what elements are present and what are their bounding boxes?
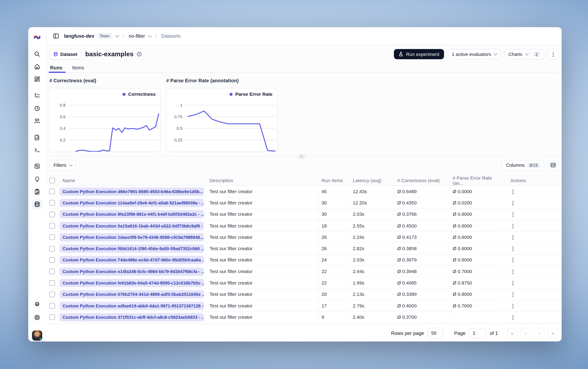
row-actions-kebab[interactable]: ⋮ [510, 246, 516, 251]
column-header-run-items[interactable]: Run Items [318, 176, 350, 185]
run-name-link[interactable]: Custom Python Execution fe91b83e-04a5-47… [60, 279, 204, 287]
tracing-icon[interactable] [34, 92, 40, 99]
charts-dropdown[interactable]: Charts 2 [504, 49, 544, 59]
sessions-clock-icon[interactable] [34, 105, 40, 112]
annotation-clipboard-icon[interactable] [34, 189, 40, 195]
row-actions-kebab[interactable]: ⋮ [510, 303, 516, 308]
chevron-down-icon[interactable] [148, 33, 152, 37]
page-of-label: of 1 [490, 330, 498, 336]
run-name-link[interactable]: Custom Python Execution e14fa348-5cfc-49… [60, 267, 204, 276]
column-header-correctness[interactable]: # Correctness (eval) [394, 176, 450, 185]
row-actions-kebab[interactable]: ⋮ [510, 280, 516, 286]
tab-bar: Runs Items [49, 63, 558, 73]
row-actions-kebab[interactable]: ⋮ [510, 200, 516, 206]
row-checkbox[interactable] [49, 212, 55, 217]
next-page-button[interactable]: › [534, 328, 545, 338]
row-checkbox[interactable] [49, 223, 55, 229]
run-items-count: 30 [318, 197, 350, 208]
chevron-down-icon[interactable] [115, 33, 119, 37]
select-all-checkbox[interactable] [49, 178, 55, 183]
row-checkbox[interactable] [49, 303, 55, 309]
columns-count-badge: 8/15 [527, 162, 540, 168]
run-name-link[interactable]: Custom Python Execution f6bb1614-1f90-40… [60, 245, 204, 253]
row-actions-kebab[interactable]: ⋮ [510, 212, 516, 217]
row-checkbox[interactable] [49, 292, 55, 297]
row-checkbox[interactable] [49, 200, 55, 206]
row-checkbox[interactable] [49, 189, 55, 195]
run-name-link[interactable]: Custom Python Execution adfae619-abb0-4d… [60, 302, 204, 310]
run-items-count: 18 [318, 220, 350, 231]
datasets-nav-active[interactable] [32, 199, 42, 209]
column-header-parse-error[interactable]: # Parse Error Rate (an... [450, 176, 504, 185]
row-checkbox[interactable] [49, 235, 55, 240]
column-header-description[interactable]: Description [205, 176, 318, 185]
run-name-link[interactable]: Custom Python Execution 371f531c-abff-4d… [60, 313, 204, 321]
info-icon[interactable] [137, 52, 142, 57]
home-icon[interactable] [34, 63, 40, 70]
run-name-link[interactable]: Custom Python Execution 1daec0f9-5e78-43… [60, 233, 204, 241]
run-name-link[interactable]: Custom Python Execution 114aa9ef-29e6-4e… [60, 199, 204, 207]
prompts-file-code-icon[interactable] [34, 134, 40, 141]
breadcrumb-org[interactable]: langfuse-dev [64, 33, 94, 39]
tab-runs[interactable]: Runs [49, 63, 63, 72]
run-name-link[interactable]: Custom Python Execution 076b2704-341d-48… [60, 290, 204, 298]
row-height-button[interactable] [548, 160, 558, 170]
users-icon[interactable] [34, 118, 40, 124]
rows-per-page-select[interactable]: 50 [428, 328, 444, 338]
panel-left-toggle-icon[interactable] [53, 33, 59, 39]
support-lifebuoy-icon[interactable] [34, 314, 40, 321]
breadcrumb-project[interactable]: no-filter [129, 33, 145, 39]
tab-items[interactable]: Items [71, 63, 85, 72]
langfuse-logo-icon[interactable] [33, 35, 41, 41]
filters-button[interactable]: Filters [49, 160, 76, 170]
row-actions-kebab[interactable]: ⋮ [510, 235, 516, 240]
app-window: langfuse-dev Team / no-filter / Datasets… [28, 27, 562, 341]
page-input[interactable] [469, 328, 487, 338]
row-actions-cell: ⋮ [504, 186, 562, 197]
row-actions-kebab[interactable]: ⋮ [510, 269, 516, 274]
run-items-count: 24 [318, 255, 350, 266]
table-row: Custom Python Execution 5a15a616-1bab-44… [46, 220, 562, 232]
row-actions-kebab[interactable]: ⋮ [510, 257, 516, 263]
run-parse-error-rate: Ø 0.0000 [450, 186, 504, 197]
run-name-link[interactable]: Custom Python Execution 9fe23f98-881e-44… [60, 210, 204, 219]
row-actions-kebab[interactable]: ⋮ [510, 223, 516, 228]
panel-resize-handle[interactable] [298, 154, 305, 159]
row-checkbox[interactable] [49, 269, 55, 274]
run-name-link[interactable]: Custom Python Execution 5a15a616-1bab-44… [60, 222, 204, 230]
row-checkbox-cell [46, 289, 58, 300]
dashboards-icon[interactable] [34, 76, 40, 82]
row-actions-kebab[interactable]: ⋮ [510, 315, 516, 320]
more-actions-button[interactable]: ⋮ [548, 49, 558, 59]
run-name-cell: Custom Python Execution 74de488e-ec9d-47… [58, 255, 205, 266]
breadcrumb-section[interactable]: Datasets [161, 33, 181, 39]
scores-percent-icon[interactable] [34, 163, 40, 169]
column-header-latency[interactable]: Latency (avg) [350, 176, 394, 185]
row-checkbox[interactable] [49, 246, 55, 252]
row-actions-kebab[interactable]: ⋮ [510, 292, 516, 297]
row-checkbox[interactable] [49, 257, 55, 263]
prev-page-button[interactable]: ‹ [520, 328, 531, 338]
evaluators-dropdown[interactable]: 1 active evaluators [448, 49, 500, 59]
search-icon[interactable] [34, 51, 40, 57]
run-name-link[interactable]: Custom Python Execution d66e7991-8595-45… [60, 187, 204, 196]
settings-gear-icon[interactable] [34, 301, 40, 308]
last-page-button[interactable]: » [548, 328, 558, 338]
columns-button[interactable]: Columns 8/15 [502, 160, 544, 170]
run-latency: 12.20s [350, 197, 394, 208]
run-name-link[interactable]: Custom Python Execution 74de488e-ec9d-47… [60, 256, 204, 264]
evaluation-lightbulb-icon[interactable] [34, 176, 40, 183]
first-page-button[interactable]: « [507, 328, 517, 338]
row-checkbox[interactable] [49, 280, 55, 286]
column-header-name[interactable]: Name [58, 176, 205, 185]
rows-per-page-label: Rows per page [391, 330, 424, 336]
run-correctness: Ø 0.3858 [394, 243, 450, 254]
table-body: Custom Python Execution d66e7991-8595-45… [46, 186, 562, 323]
user-avatar[interactable] [32, 330, 42, 341]
playground-terminal-icon[interactable] [34, 147, 40, 153]
row-checkbox[interactable] [49, 314, 55, 320]
charts-count-badge: 2 [533, 51, 540, 57]
row-actions-kebab[interactable]: ⋮ [510, 189, 516, 194]
run-name-cell: Custom Python Execution d66e7991-8595-45… [58, 186, 205, 197]
run-experiment-button[interactable]: Run experiment [394, 49, 444, 59]
